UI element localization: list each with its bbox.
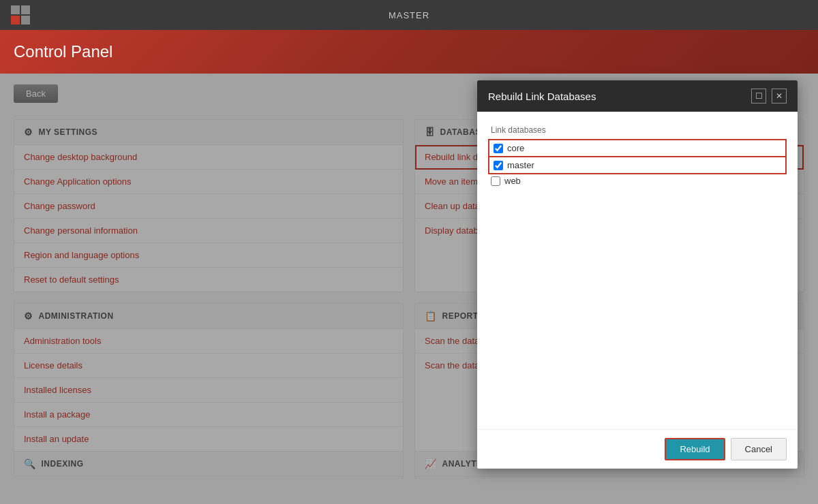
modal-overlay: Rebuild Link Databases ☐ ✕ Link database… <box>0 74 818 504</box>
logo-cell <box>21 16 30 25</box>
modal-close-button[interactable]: ✕ <box>772 89 787 104</box>
checkbox-core[interactable]: core <box>491 142 784 155</box>
checkbox-web-input[interactable] <box>491 176 500 186</box>
link-databases-label: Link databases <box>491 125 784 135</box>
page-header: Control Panel <box>0 30 818 74</box>
checkbox-master-label: master <box>507 160 534 170</box>
modal-maximize-button[interactable]: ☐ <box>751 89 766 104</box>
modal-titlebar: Rebuild Link Databases ☐ ✕ <box>477 80 798 112</box>
checkbox-group: core master web <box>491 142 784 186</box>
cancel-button[interactable]: Cancel <box>731 438 787 460</box>
checkbox-web-label: web <box>504 176 521 186</box>
modal-body: Link databases core master web <box>477 112 798 429</box>
modal-title: Rebuild Link Databases <box>488 91 596 102</box>
top-bar: MASTER <box>0 0 818 30</box>
modal-controls: ☐ ✕ <box>751 89 787 104</box>
rebuild-button[interactable]: Rebuild <box>665 438 725 460</box>
page-title: Control Panel <box>14 42 112 61</box>
logo-cell <box>11 5 20 14</box>
modal-footer: Rebuild Cancel <box>477 429 798 469</box>
checkbox-core-input[interactable] <box>494 144 503 153</box>
rebuild-link-databases-modal: Rebuild Link Databases ☐ ✕ Link database… <box>477 80 798 469</box>
checkbox-master[interactable]: master <box>491 159 784 172</box>
checkbox-master-input[interactable] <box>494 161 503 170</box>
app-logo <box>11 5 30 25</box>
content-area: Back ⚙ MY SETTINGS Change desktop backgr… <box>0 74 818 504</box>
logo-cell <box>11 16 20 25</box>
environment-label: MASTER <box>389 10 429 20</box>
checkbox-core-label: core <box>507 143 524 153</box>
logo-cell <box>21 5 30 14</box>
checkbox-web[interactable]: web <box>491 176 784 186</box>
